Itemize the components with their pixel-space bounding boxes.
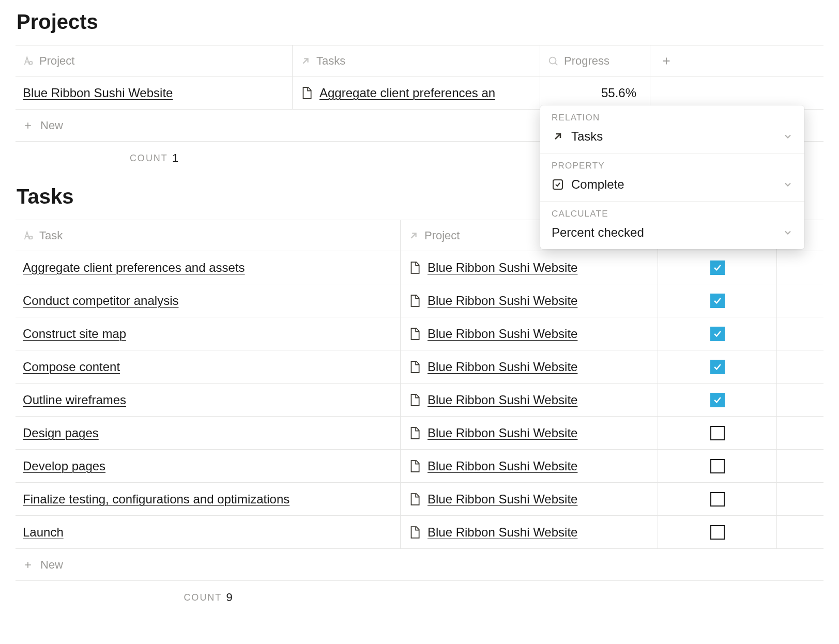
complete-checkbox[interactable]	[710, 393, 725, 407]
task-name-cell[interactable]: Construct site map	[16, 317, 401, 350]
task-link[interactable]: Finalize testing, configurations and opt…	[23, 492, 289, 507]
table-row[interactable]: Blue Ribbon Sushi Website Aggregate clie…	[16, 76, 823, 110]
row-end-cell	[777, 350, 818, 383]
new-task-row[interactable]: New	[16, 549, 823, 581]
project-link[interactable]: Blue Ribbon Sushi Website	[428, 525, 577, 540]
page-icon	[408, 526, 421, 539]
col-task-name[interactable]: Task	[16, 220, 401, 251]
task-link[interactable]: Compose content	[23, 360, 120, 374]
project-link[interactable]: Blue Ribbon Sushi Website	[23, 86, 173, 100]
col-project-tasks[interactable]: Tasks	[293, 45, 540, 76]
complete-checkbox[interactable]	[710, 426, 725, 440]
task-name-cell[interactable]: Conduct competitor analysis	[16, 284, 401, 317]
project-link[interactable]: Blue Ribbon Sushi Website	[428, 327, 577, 341]
plus-icon	[23, 120, 33, 131]
task-name-cell[interactable]: Develop pages	[16, 450, 401, 482]
table-row[interactable]: Conduct competitor analysisBlue Ribbon S…	[16, 284, 823, 317]
page-icon	[408, 327, 421, 341]
col-project-name[interactable]: Project	[16, 45, 293, 76]
panel-relation-section: RELATION Tasks	[540, 105, 804, 154]
col-label: Progress	[564, 54, 609, 68]
task-complete-cell[interactable]	[658, 417, 777, 449]
task-project-cell[interactable]: Blue Ribbon Sushi Website	[401, 483, 658, 515]
task-project-cell[interactable]: Blue Ribbon Sushi Website	[401, 251, 658, 284]
row-end-cell	[777, 284, 818, 317]
complete-checkbox[interactable]	[710, 360, 725, 374]
chevron-down-icon	[783, 227, 793, 238]
page-icon	[408, 261, 421, 274]
task-complete-cell[interactable]	[658, 317, 777, 350]
table-row[interactable]: Design pagesBlue Ribbon Sushi Website	[16, 417, 823, 450]
project-progress-cell[interactable]: 55.6%	[540, 76, 650, 109]
property-value: Complete	[571, 177, 624, 192]
count-value: 1	[172, 151, 178, 165]
task-link[interactable]: Aggregate client preferences and assets	[23, 260, 245, 275]
task-project-cell[interactable]: Blue Ribbon Sushi Website	[401, 350, 658, 383]
project-link[interactable]: Blue Ribbon Sushi Website	[428, 459, 577, 473]
table-row[interactable]: Develop pagesBlue Ribbon Sushi Website	[16, 450, 823, 483]
table-row[interactable]: Outline wireframesBlue Ribbon Sushi Webs…	[16, 384, 823, 417]
complete-checkbox[interactable]	[710, 327, 725, 341]
row-end-cell	[777, 417, 818, 449]
complete-checkbox[interactable]	[710, 492, 725, 507]
row-end-cell	[777, 483, 818, 515]
row-end-cell	[650, 76, 682, 109]
task-complete-cell[interactable]	[658, 284, 777, 317]
task-project-cell[interactable]: Blue Ribbon Sushi Website	[401, 450, 658, 482]
col-label: Tasks	[316, 54, 345, 68]
task-link[interactable]: Develop pages	[23, 459, 105, 473]
calculate-selector[interactable]: Percent checked	[552, 225, 793, 240]
task-name-cell[interactable]: Outline wireframes	[16, 384, 401, 416]
relation-selector[interactable]: Tasks	[552, 129, 793, 144]
project-link[interactable]: Blue Ribbon Sushi Website	[428, 294, 577, 308]
task-name-cell[interactable]: Aggregate client preferences and assets	[16, 251, 401, 284]
task-complete-cell[interactable]	[658, 516, 777, 548]
task-complete-cell[interactable]	[658, 483, 777, 515]
task-name-cell[interactable]: Compose content	[16, 350, 401, 383]
task-link[interactable]: Design pages	[23, 426, 99, 440]
task-name-cell[interactable]: Launch	[16, 516, 401, 548]
task-link[interactable]: Launch	[23, 525, 64, 540]
page-icon	[408, 294, 421, 308]
relation-icon	[552, 130, 564, 143]
table-row[interactable]: Compose contentBlue Ribbon Sushi Website	[16, 350, 823, 384]
col-label: Project	[39, 54, 74, 68]
relation-icon	[300, 55, 311, 67]
project-link[interactable]: Blue Ribbon Sushi Website	[428, 426, 577, 440]
table-row[interactable]: LaunchBlue Ribbon Sushi Website	[16, 516, 823, 549]
task-name-cell[interactable]: Finalize testing, configurations and opt…	[16, 483, 401, 515]
task-link[interactable]: Outline wireframes	[23, 393, 126, 407]
task-complete-cell[interactable]	[658, 251, 777, 284]
table-row[interactable]: Construct site mapBlue Ribbon Sushi Webs…	[16, 317, 823, 350]
table-row[interactable]: Aggregate client preferences and assetsB…	[16, 251, 823, 284]
task-complete-cell[interactable]	[658, 450, 777, 482]
task-project-cell[interactable]: Blue Ribbon Sushi Website	[401, 384, 658, 416]
complete-checkbox[interactable]	[710, 525, 725, 540]
task-complete-cell[interactable]	[658, 350, 777, 383]
page-icon	[408, 360, 421, 374]
project-link[interactable]: Blue Ribbon Sushi Website	[428, 260, 577, 275]
project-link[interactable]: Blue Ribbon Sushi Website	[428, 393, 577, 407]
table-row[interactable]: Finalize testing, configurations and opt…	[16, 483, 823, 516]
add-column-button[interactable]	[650, 45, 682, 76]
project-link[interactable]: Blue Ribbon Sushi Website	[428, 492, 577, 507]
task-project-cell[interactable]: Blue Ribbon Sushi Website	[401, 417, 658, 449]
complete-checkbox[interactable]	[710, 260, 725, 275]
task-name-cell[interactable]: Design pages	[16, 417, 401, 449]
task-link[interactable]: Construct site map	[23, 327, 126, 341]
task-project-cell[interactable]: Blue Ribbon Sushi Website	[401, 284, 658, 317]
plus-icon	[23, 560, 33, 570]
complete-checkbox[interactable]	[710, 294, 725, 308]
complete-checkbox[interactable]	[710, 459, 725, 473]
row-end-cell	[777, 384, 818, 416]
task-project-cell[interactable]: Blue Ribbon Sushi Website	[401, 516, 658, 548]
project-tasks-cell[interactable]: Aggregate client preferences an	[293, 76, 540, 109]
task-link[interactable]: Aggregate client preferences an	[319, 86, 495, 100]
task-link[interactable]: Conduct competitor analysis	[23, 294, 178, 308]
task-project-cell[interactable]: Blue Ribbon Sushi Website	[401, 317, 658, 350]
project-name-cell[interactable]: Blue Ribbon Sushi Website	[16, 76, 293, 109]
project-link[interactable]: Blue Ribbon Sushi Website	[428, 360, 577, 374]
task-complete-cell[interactable]	[658, 384, 777, 416]
col-project-progress[interactable]: Progress	[540, 45, 650, 76]
property-selector[interactable]: Complete	[552, 177, 793, 192]
